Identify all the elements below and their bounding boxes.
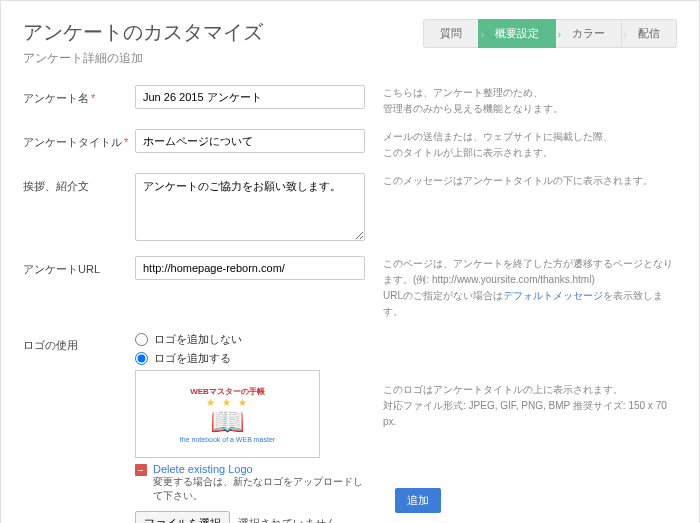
survey-name-input[interactable]	[135, 85, 365, 109]
file-select-button[interactable]: ファイルを選択	[135, 511, 230, 523]
survey-title-input[interactable]	[135, 129, 365, 153]
tab-questions[interactable]: 質問›	[423, 19, 479, 48]
tab-color[interactable]: カラー›	[555, 19, 622, 48]
help-survey-name: こちらは、アンケート整理のため、管理者のみから見える機能となります。	[365, 85, 677, 117]
label-intro: 挨拶、紹介文	[23, 173, 135, 194]
help-logo: このロゴはアンケートタイトルの上に表示されます。 対応ファイル形式: JPEG,…	[365, 332, 677, 513]
tab-bar: 質問› 概要設定› カラー› 配信	[424, 19, 677, 48]
radio-logo-no-label: ロゴを追加しない	[154, 332, 242, 347]
radio-logo-no[interactable]	[135, 333, 148, 346]
help-survey-title: メールの送信または、ウェブサイトに掲載した際、このタイトルが上部に表示されます。	[365, 129, 677, 161]
book-icon: 📖	[180, 408, 275, 436]
radio-logo-yes-label: ロゴを追加する	[154, 351, 231, 366]
default-message-link[interactable]: デフォルトメッセージ	[503, 290, 603, 301]
minus-icon[interactable]: −	[135, 464, 147, 476]
delete-logo-note: 変更する場合は、新たなロゴをアップロードして下さい。	[153, 476, 363, 501]
help-intro: このメッセージはアンケートタイトルの下に表示されます。	[365, 173, 677, 189]
survey-url-input[interactable]	[135, 256, 365, 280]
help-url: このページは、アンケートを終了した方が遷移するページとなります。(例: http…	[365, 256, 677, 320]
tab-delivery[interactable]: 配信	[621, 19, 677, 48]
file-status: 選択されていません	[238, 516, 337, 523]
label-survey-title: アンケートタイトル*	[23, 129, 135, 150]
page-title: アンケートのカスタマイズ	[23, 19, 263, 46]
add-button[interactable]: 追加	[395, 488, 441, 513]
page-subtitle: アンケート詳細の追加	[23, 50, 263, 67]
radio-logo-yes[interactable]	[135, 352, 148, 365]
logo-preview: WEBマスターの手帳 ★ ★ ★ 📖 the notebook of a WEB…	[135, 370, 320, 458]
label-logo: ロゴの使用	[23, 332, 135, 353]
label-survey-name: アンケート名*	[23, 85, 135, 106]
delete-logo-link[interactable]: Delete existing Logo	[153, 463, 253, 475]
tab-overview[interactable]: 概要設定›	[478, 19, 556, 48]
label-url: アンケートURL	[23, 256, 135, 277]
intro-textarea[interactable]: アンケートのご協力をお願い致します。	[135, 173, 365, 241]
